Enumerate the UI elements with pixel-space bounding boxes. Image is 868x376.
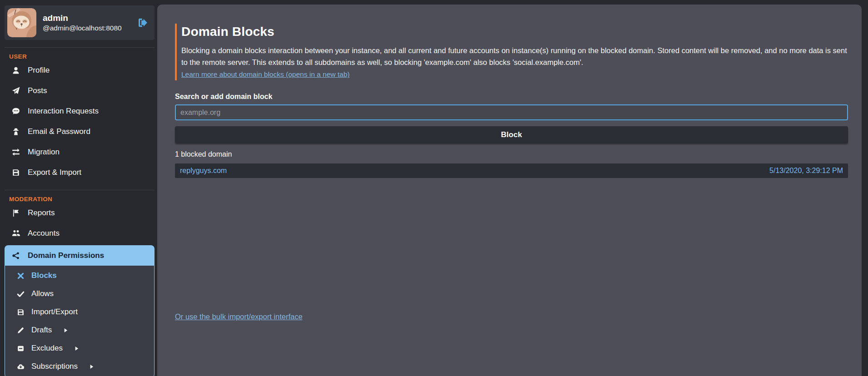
page-description: Blocking a domain blocks interaction bet…: [181, 45, 848, 68]
section-label-moderation: MODERATION: [5, 196, 155, 203]
share-nodes-icon: [11, 252, 20, 260]
user-texts: admin @admin@localhost:8080: [43, 14, 131, 32]
sidebar-item-label: Migration: [28, 148, 60, 157]
block-button[interactable]: Block: [175, 126, 848, 143]
sidebar-item-label: Posts: [28, 86, 47, 95]
sidebar-item-label: Email & Password: [28, 127, 90, 136]
sidebar-item-reports[interactable]: Reports: [5, 203, 155, 223]
submenu-item-label: Drafts: [31, 326, 52, 335]
submenu-item-subscriptions[interactable]: Subscriptions: [5, 357, 154, 376]
minus-square-icon: [16, 345, 25, 352]
section-label-user: USER: [5, 53, 155, 60]
sidebar-item-label: Domain Permissions: [28, 251, 104, 260]
sidebar-section-user: USER Profile Posts Interaction Requests …: [5, 47, 155, 183]
submenu-item-allows[interactable]: Allows: [5, 285, 154, 303]
user-secret-icon: [11, 128, 20, 136]
users-icon: [11, 229, 20, 237]
blocked-domain-timestamp: 5/13/2020, 3:29:12 PM: [769, 167, 843, 175]
comment-dots-icon: [11, 107, 20, 115]
submenu-item-import-export[interactable]: Import/Export: [5, 303, 154, 321]
caret-right-icon: [74, 346, 80, 351]
search-label: Search or add domain block: [175, 93, 848, 101]
sidebar-item-domain-permissions[interactable]: Domain Permissions: [5, 245, 155, 266]
sidebar-item-export-import[interactable]: Export & Import: [5, 162, 155, 183]
submenu-item-label: Blocks: [31, 271, 57, 280]
sidebar-item-label: Profile: [28, 66, 50, 75]
sign-out-icon[interactable]: [137, 17, 149, 29]
floppy-disk-icon: [11, 168, 20, 177]
user-name: admin: [43, 14, 131, 22]
submenu-item-excludes[interactable]: Excludes: [5, 339, 154, 357]
submenu-item-label: Import/Export: [31, 307, 78, 317]
flag-icon: [11, 209, 20, 217]
sidebar: admin @admin@localhost:8080 USER Profile…: [0, 0, 157, 376]
submenu-item-label: Allows: [31, 289, 54, 298]
submenu-item-label: Excludes: [31, 344, 63, 353]
submenu-item-blocks[interactable]: Blocks: [5, 267, 154, 285]
caret-right-icon: [63, 327, 69, 333]
check-icon: [16, 290, 25, 298]
sidebar-item-interaction-requests[interactable]: Interaction Requests: [5, 101, 155, 121]
sidebar-item-accounts[interactable]: Accounts: [5, 223, 155, 243]
domain-search-input[interactable]: [175, 104, 848, 120]
blocked-domain-count: 1 blocked domain: [175, 150, 848, 158]
domain-blocks-panel: Domain Blocks Blocking a domain blocks i…: [157, 5, 862, 376]
user-icon: [11, 66, 20, 74]
sidebar-item-label: Interaction Requests: [28, 107, 99, 116]
sidebar-item-label: Export & Import: [28, 168, 81, 177]
submenu-item-drafts[interactable]: Drafts: [5, 321, 154, 339]
headline-block: Domain Blocks Blocking a domain blocks i…: [175, 24, 848, 80]
exchange-arrows-icon: [11, 148, 20, 156]
page-title: Domain Blocks: [181, 25, 848, 39]
pencil-icon: [16, 327, 25, 334]
sidebar-item-label: Accounts: [28, 229, 60, 238]
caret-right-icon: [89, 364, 95, 370]
floppy-disk-icon: [16, 308, 25, 316]
user-handle: @admin@localhost:8080: [43, 25, 131, 32]
sidebar-item-migration[interactable]: Migration: [5, 142, 155, 162]
sidebar-item-profile[interactable]: Profile: [5, 60, 155, 80]
sidebar-item-email-password[interactable]: Email & Password: [5, 121, 155, 142]
submenu-item-label: Subscriptions: [31, 362, 78, 371]
xmark-icon: [16, 272, 25, 280]
paper-plane-icon: [11, 87, 20, 95]
bulk-import-export-link[interactable]: Or use the bulk import/export interface: [175, 312, 303, 321]
blocked-domain-name: replyguys.com: [180, 167, 227, 175]
learn-more-link[interactable]: Learn more about domain blocks (opens in…: [181, 70, 350, 78]
sidebar-item-label: Reports: [28, 208, 55, 218]
sidebar-section-moderation: MODERATION Reports Accounts Domain Permi…: [5, 190, 155, 376]
user-card: admin @admin@localhost:8080: [5, 5, 155, 40]
cloud-download-icon: [16, 363, 25, 371]
avatar: [7, 8, 36, 37]
sidebar-item-posts[interactable]: Posts: [5, 80, 155, 101]
blocked-domain-row[interactable]: replyguys.com 5/13/2020, 3:29:12 PM: [175, 163, 848, 178]
domain-permissions-submenu: Blocks Allows Import/Export Drafts: [5, 266, 155, 376]
